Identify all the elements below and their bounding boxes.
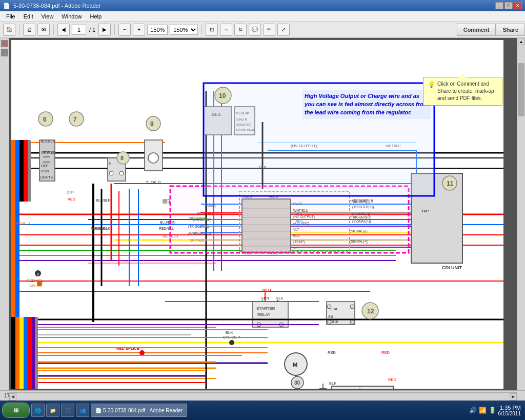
svg-text:5LOK Ω: 5LOK Ω <box>146 180 161 185</box>
windows-logo: ⊞ <box>14 407 18 414</box>
zoom-input[interactable] <box>147 25 168 35</box>
scroll-up-button[interactable]: ▲ <box>518 38 525 45</box>
svg-text:RED: RED <box>388 377 396 382</box>
scroll-track <box>517 45 525 403</box>
svg-text:CDI UNIT: CDI UNIT <box>442 265 462 270</box>
window-title: 5-30-0738-084.pdf - Adobe Reader <box>13 3 101 9</box>
taskbar-time: 1:35 PM <box>500 405 521 411</box>
svg-text:LIGHTS: LIGHTS <box>40 175 53 179</box>
menu-edit[interactable]: Edit <box>19 12 37 21</box>
comment-tool[interactable]: 💬 <box>249 24 261 36</box>
svg-text:3.6: 3.6 <box>328 315 333 318</box>
taskbar-media[interactable]: 🎵 <box>61 404 74 417</box>
scroll-right-button[interactable]: ▶ <box>510 393 517 401</box>
print-button[interactable]: 🖨 <box>23 24 35 36</box>
taskbar-ie[interactable]: 🌐 <box>31 404 45 417</box>
menu-help[interactable]: Help <box>86 12 106 21</box>
close-button[interactable]: ✕ <box>514 2 522 9</box>
svg-point-49 <box>119 171 124 175</box>
ie-icon: 🌐 <box>35 408 41 413</box>
title-bar: 📄 5-30-0738-084.pdf - Adobe Reader _ □ ✕ <box>0 0 525 11</box>
svg-text:RED: RED <box>381 350 390 355</box>
taskbar-acrobat[interactable]: 📄 5-30-0738-084.pdf - Adobe Reader <box>91 404 187 417</box>
svg-text:RED: RED <box>328 350 336 355</box>
separator <box>53 25 54 35</box>
media-icon: 🎵 <box>65 408 71 413</box>
svg-text:RED/BLK: RED/BLK <box>91 227 105 230</box>
network-icon: 📶 <box>479 407 487 414</box>
svg-text:8: 8 <box>109 162 111 165</box>
markup-tool[interactable]: ✏ <box>263 24 275 36</box>
svg-text:RED SPLICE: RED SPLICE <box>116 346 139 351</box>
menu-bar: File Edit View Window Help <box>0 11 525 22</box>
svg-rect-200 <box>15 317 19 389</box>
svg-rect-201 <box>19 317 24 389</box>
svg-point-147 <box>37 281 42 286</box>
taskbar-explorer[interactable]: 📁 <box>46 404 59 417</box>
taskbar-people[interactable]: 👥 <box>76 404 89 417</box>
prev-page[interactable]: ◀ <box>57 24 70 36</box>
start-button[interactable]: ⊞ <box>2 403 30 418</box>
svg-rect-205 <box>35 317 38 389</box>
fit-width[interactable]: ↔ <box>220 24 232 36</box>
pdf-canvas: 10k Ω PLUG AP 6.5kΩ R RESISTOR SPARK PLU… <box>9 38 525 410</box>
svg-point-44 <box>148 153 158 163</box>
zoom-in[interactable]: + <box>133 24 145 36</box>
power-icon: 🔋 <box>489 407 496 414</box>
volume-icon: 🔊 <box>469 407 477 414</box>
menu-view[interactable]: View <box>37 12 58 21</box>
separator <box>201 25 202 35</box>
svg-text:BLK: BLK <box>48 139 55 143</box>
left-sidebar: 🔖 📎 <box>0 38 9 410</box>
svg-text:30: 30 <box>294 380 300 386</box>
svg-text:9: 9 <box>150 121 154 128</box>
attachment-icon[interactable]: 📎 <box>1 49 8 56</box>
taskbar-date: 6/15/2011 <box>498 411 521 416</box>
bookmark-icon[interactable]: 🔖 <box>1 40 8 47</box>
taskbar-right: 🔊 📶 🔋 1:35 PM 6/15/2011 <box>469 405 523 416</box>
zoom-out[interactable]: − <box>118 24 131 36</box>
separator <box>19 25 19 35</box>
scroll-left-button[interactable]: ◀ <box>9 393 16 401</box>
svg-text:6: 6 <box>43 116 47 123</box>
svg-rect-196 <box>19 140 24 202</box>
minimize-button[interactable]: _ <box>495 2 503 9</box>
comment-button[interactable]: Comment <box>457 24 496 36</box>
svg-point-144 <box>139 350 145 355</box>
svg-text:RELAY: RELAY <box>257 312 271 317</box>
svg-text:STARTER: STARTER <box>256 306 275 311</box>
fit-page[interactable]: ⊡ <box>206 24 218 36</box>
svg-text:B: B <box>37 272 39 276</box>
svg-rect-197 <box>24 140 28 202</box>
svg-text:BLK: BLK <box>41 139 48 143</box>
svg-rect-199 <box>11 317 15 389</box>
rotate[interactable]: ↻ <box>234 24 247 36</box>
svg-text:RED: RED <box>68 197 75 201</box>
lightbulb-icon: 💡 <box>428 81 435 89</box>
svg-text:ORG/BLU: ORG/BLU <box>14 222 30 225</box>
zoom-dropdown[interactable]: 150% 100% 75% 200% <box>170 25 198 35</box>
share-button[interactable]: Share <box>496 24 525 36</box>
next-page[interactable]: ▶ <box>98 24 111 36</box>
svg-rect-50 <box>39 140 55 181</box>
horizontal-scrollbar[interactable]: ◀ ▶ <box>9 392 517 401</box>
pdf-icon: 📄 <box>95 408 102 413</box>
maximize-button[interactable]: □ <box>504 2 513 9</box>
vertical-scrollbar[interactable]: ▲ ▼ <box>517 38 525 410</box>
status-bar: 17.00 x 11.00 in ◀ ▶ <box>0 390 525 401</box>
tooltip-text: Click on Comment and Share to create, ma… <box>437 81 498 102</box>
menu-window[interactable]: Window <box>57 12 86 21</box>
svg-text:OFF: OFF <box>41 164 48 168</box>
svg-text:BLK: BLK <box>329 381 336 386</box>
folder-icon: 📁 <box>50 408 56 413</box>
scroll-thumb[interactable] <box>518 63 524 117</box>
toolbar-home[interactable]: 🏠 <box>3 24 15 36</box>
tooltip-box: 💡 Click on Comment and Share to create, … <box>423 77 502 106</box>
email-button[interactable]: ✉ <box>37 24 50 36</box>
expand[interactable]: ⤢ <box>277 24 290 36</box>
svg-text:M: M <box>293 362 297 368</box>
people-icon: 👥 <box>79 408 86 413</box>
menu-file[interactable]: File <box>2 12 19 21</box>
page-number-input[interactable]: 1 <box>72 25 86 35</box>
svg-text:8: 8 <box>120 155 124 161</box>
